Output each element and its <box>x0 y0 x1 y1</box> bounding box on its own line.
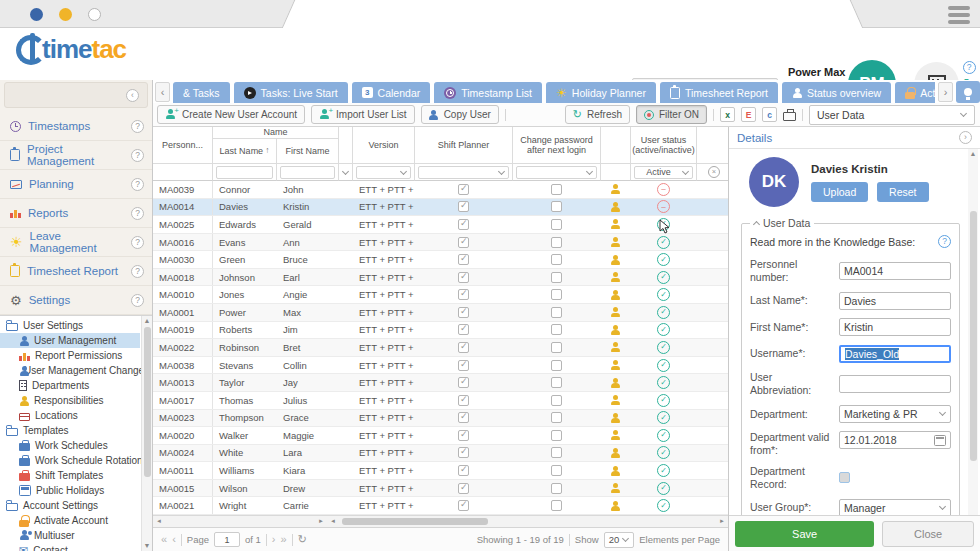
tree-item-report-permissions[interactable]: Report Permissions <box>0 348 140 363</box>
sidebar-item-settings[interactable]: ⚙Settings? <box>0 286 152 315</box>
table-row-MA0010[interactable]: MA0010JonesAngieETT + PTT + LM✓ <box>153 286 728 304</box>
knowledge-base-help-icon[interactable]: ? <box>938 235 951 248</box>
filter-last-name[interactable] <box>213 164 277 181</box>
last-page-icon[interactable]: » <box>281 534 287 545</box>
status-active-icon[interactable]: ✓ <box>657 394 670 407</box>
tree-item-responsibilities[interactable]: Responsibilities <box>0 393 140 408</box>
tree-item-public-holidays[interactable]: Public Holidays <box>0 483 140 498</box>
change-password-checkbox[interactable] <box>551 201 562 212</box>
tree-scrollbar[interactable]: ▲ ▼ <box>141 316 152 551</box>
col-personnel[interactable]: Personn... <box>153 127 213 164</box>
table-row-MA0021[interactable]: MA0021WrightCarrieETT + PTT + LM✓ <box>153 497 728 515</box>
window-maximize-icon[interactable] <box>88 8 101 21</box>
calendar-icon[interactable] <box>934 435 946 446</box>
window-minimize-icon[interactable] <box>59 8 72 21</box>
status-active-icon[interactable]: ✓ <box>657 288 670 301</box>
tree-item-work-schedules[interactable]: Work Schedules <box>0 438 140 453</box>
department-record-checkbox[interactable] <box>839 472 850 483</box>
status-active-icon[interactable]: ✓ <box>657 482 670 495</box>
status-active-icon[interactable]: ✓ <box>657 464 670 477</box>
change-password-checkbox[interactable] <box>551 219 562 230</box>
help-icon[interactable]: ? <box>131 294 144 307</box>
user-permission-icon[interactable] <box>611 395 621 405</box>
col-user-status[interactable]: User status (active/inactive) <box>631 127 697 164</box>
shift-planner-checkbox[interactable] <box>458 342 469 353</box>
sidebar-item-timesheet-report[interactable]: Timesheet Report? <box>0 257 152 286</box>
window-close-icon[interactable] <box>30 8 43 21</box>
clear-filter-icon[interactable]: × <box>708 166 720 178</box>
status-active-icon[interactable]: ✓ <box>657 376 670 389</box>
filter-shift-planner[interactable] <box>415 164 513 181</box>
user-permission-icon[interactable] <box>611 290 621 300</box>
shift-planner-checkbox[interactable] <box>458 237 469 248</box>
user-permission-icon[interactable] <box>611 307 621 317</box>
menu-icon[interactable] <box>948 6 970 24</box>
user-permission-icon[interactable] <box>611 430 621 440</box>
table-row-MA0030[interactable]: MA0030GreenBruceETT + PTT + LM✓ <box>153 251 728 269</box>
status-active-icon[interactable]: ✓ <box>657 271 670 284</box>
user-permission-icon[interactable] <box>611 342 621 352</box>
field-input-user-abbreviation[interactable] <box>839 375 951 393</box>
shift-planner-checkbox[interactable] <box>458 465 469 476</box>
table-row-MA0014[interactable]: MA0014DaviesKristinETT + PTT + LM– <box>153 199 728 217</box>
scroll-right-icon[interactable]: ► <box>719 518 725 524</box>
tab-scroll-right-icon[interactable]: › <box>938 82 953 102</box>
scroll-up-icon[interactable]: ▲ <box>968 149 978 159</box>
col-first-name[interactable]: First Name <box>277 139 339 164</box>
tree-item-contact[interactable]: ✉Contact <box>0 543 140 551</box>
status-active-icon[interactable]: ✓ <box>657 218 670 231</box>
change-password-checkbox[interactable] <box>551 307 562 318</box>
tab-status-overview[interactable]: Status overview <box>782 82 891 103</box>
sidebar-item-planning[interactable]: Planning? <box>0 170 152 199</box>
user-permission-icon[interactable] <box>611 325 621 335</box>
shift-planner-checkbox[interactable] <box>458 500 469 511</box>
change-password-checkbox[interactable] <box>551 184 562 195</box>
tree-item-shift-templates[interactable]: Shift Templates <box>0 468 140 483</box>
shift-planner-checkbox[interactable] <box>458 201 469 212</box>
print-icon[interactable] <box>783 112 796 121</box>
copy-user-button[interactable]: Copy User <box>421 105 499 124</box>
table-row-MA0038[interactable]: MA0038StevansCollinETT + PTT + LM✓ <box>153 357 728 375</box>
col-shift-planner[interactable]: Shift Planner <box>415 127 513 164</box>
scroll-right-icon[interactable]: ► <box>318 518 324 524</box>
change-password-checkbox[interactable] <box>551 395 562 406</box>
page-number-input[interactable]: 1 <box>214 532 240 547</box>
change-password-checkbox[interactable] <box>551 324 562 335</box>
tree-item-departments[interactable]: Departments <box>0 378 140 393</box>
user-permission-icon[interactable] <box>611 360 621 370</box>
tab-timesheet-report[interactable]: Timesheet Report <box>660 82 778 103</box>
collapse-sidebar-icon[interactable]: ‹ <box>126 89 139 102</box>
table-row-MA0020[interactable]: MA0020WalkerMaggieETT + PTT + LM✓ <box>153 427 728 445</box>
shift-planner-checkbox[interactable] <box>458 254 469 265</box>
change-password-checkbox[interactable] <box>551 447 562 458</box>
shift-planner-checkbox[interactable] <box>458 412 469 423</box>
scroll-up-icon[interactable]: ▲ <box>142 316 152 326</box>
upload-button[interactable]: Upload <box>811 182 868 202</box>
field-select-department[interactable]: Marketing & PR <box>839 405 951 423</box>
sidebar-item-reports[interactable]: Reports? <box>0 199 152 228</box>
tree-item-account-settings[interactable]: Account Settings <box>0 498 140 513</box>
filter-change-password[interactable] <box>513 164 601 181</box>
user-permission-icon[interactable] <box>611 483 621 493</box>
status-active-icon[interactable]: ✓ <box>657 446 670 459</box>
user-permission-icon[interactable] <box>611 237 621 247</box>
col-version[interactable]: Version <box>353 127 415 164</box>
tree-item-user-management-changelog[interactable]: User Management Changelog <box>0 363 140 378</box>
col-change-password[interactable]: Change password after next login <box>513 127 601 164</box>
status-inactive-icon[interactable]: – <box>657 200 670 213</box>
shift-planner-checkbox[interactable] <box>458 447 469 458</box>
user-permission-icon[interactable] <box>611 219 621 229</box>
tab-timestamp-list[interactable]: Timestamp List <box>434 82 542 103</box>
shift-planner-checkbox[interactable] <box>458 395 469 406</box>
field-input-first-name[interactable] <box>839 318 951 336</box>
scrollbar-thumb[interactable] <box>144 327 151 477</box>
change-password-checkbox[interactable] <box>551 412 562 423</box>
sidebar-item-project-management[interactable]: Project Management? <box>0 141 152 170</box>
reset-button[interactable]: Reset <box>877 182 928 202</box>
table-row-MA0022[interactable]: MA0022RobinsonBretETT + PTT + LM✓ <box>153 339 728 357</box>
status-active-icon[interactable]: ✓ <box>657 359 670 372</box>
user-permission-icon[interactable] <box>611 184 621 194</box>
change-password-checkbox[interactable] <box>551 342 562 353</box>
import-user-list-button[interactable]: Import User List <box>311 105 415 124</box>
table-row-MA0011[interactable]: MA0011WilliamsKiaraETT + PTT + LM✓ <box>153 462 728 480</box>
